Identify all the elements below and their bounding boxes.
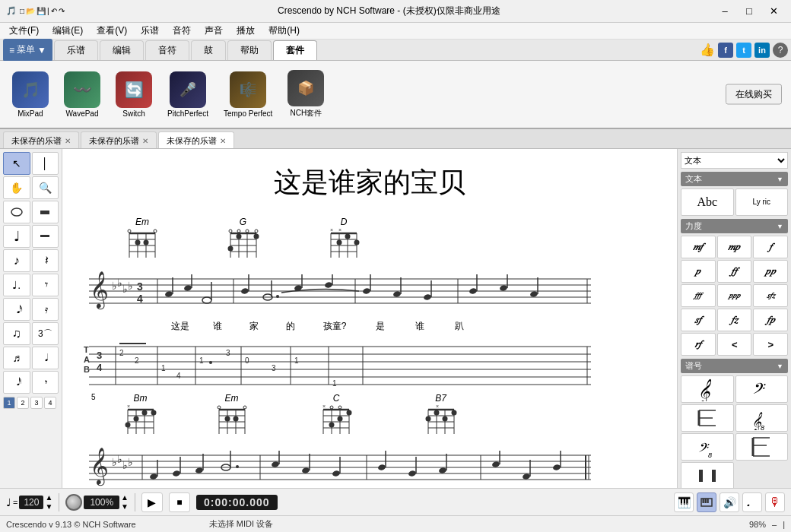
close-btn[interactable]: ✕	[762, 3, 785, 20]
ribbon-tool-mixpad[interactable]: 🎵 MixPad	[6, 68, 55, 121]
clef-bass-8[interactable]: 𝄢8	[681, 433, 734, 461]
double-beam-tool[interactable]: ♬	[3, 347, 30, 369]
select-tool[interactable]: ↖	[3, 152, 30, 175]
panel-header-dynamics[interactable]: 力度 ▼	[681, 219, 788, 233]
minimize-btn[interactable]: –	[713, 3, 736, 20]
rest-whole-tool[interactable]	[32, 201, 59, 223]
tab-note[interactable]: 音符	[145, 40, 189, 60]
menu-play[interactable]: 播放	[230, 23, 261, 39]
clef-treble-8[interactable]: 𝄞8	[735, 404, 789, 432]
help-circle-icon[interactable]: ?	[773, 43, 788, 58]
panel-header-text[interactable]: 文本 ▼	[681, 172, 788, 186]
score-area[interactable]: 这是谁家的宝贝 Em	[62, 149, 677, 488]
clef-bass[interactable]: 𝄢	[735, 375, 789, 403]
quarter-note-tool[interactable]: ♩	[3, 225, 30, 248]
buy-online-btn[interactable]: 在线购买	[726, 84, 782, 105]
whole-note-tool[interactable]	[3, 201, 30, 223]
sixteenth-note-tool[interactable]: 𝅘𝅥𝅯	[3, 298, 30, 321]
dyn-mp[interactable]: 𝑚𝑝	[717, 236, 752, 258]
tab-suite[interactable]: 套件	[273, 40, 317, 60]
dyn-decresc[interactable]: >	[753, 333, 788, 356]
undo-btn[interactable]: ↶	[51, 7, 57, 15]
eighth-rest-tool[interactable]: 𝄾	[32, 274, 59, 296]
ribbon-tool-switch[interactable]: 🔄 Switch	[110, 68, 158, 121]
32nd-note-tool[interactable]: 𝅘𝅥𝅰	[3, 371, 30, 394]
page-num-3[interactable]: 3	[30, 397, 43, 409]
dyn-cresc[interactable]: <	[717, 333, 752, 356]
clef-treble[interactable]: 𝄞	[681, 375, 734, 403]
panel-item-abc[interactable]: Abc	[681, 188, 734, 216]
tab-score[interactable]: 乐谱	[54, 40, 98, 60]
play-btn[interactable]: ▶	[141, 492, 163, 512]
clef-alto[interactable]	[681, 404, 734, 432]
text-type-select[interactable]: 文本	[681, 152, 788, 169]
midi-icon-btn[interactable]	[697, 492, 716, 512]
dyn-f[interactable]: 𝑓	[753, 236, 788, 258]
tab-drum[interactable]: 鼓	[191, 40, 226, 60]
doc-tab-2[interactable]: 未保存的乐谱 ✕	[81, 131, 157, 148]
volume-knob[interactable]	[65, 494, 82, 511]
ribbon-tool-pitchperfect[interactable]: 🎤 PitchPerfect	[161, 68, 214, 121]
ribbon-tool-wavepad[interactable]: 〰️ WavePad	[58, 68, 106, 121]
open-btn[interactable]: 📂	[26, 7, 35, 15]
doc-tab-1-close[interactable]: ✕	[65, 137, 71, 145]
doc-tab-3[interactable]: 未保存的乐谱 ✕	[158, 131, 234, 148]
menu-file[interactable]: 文件(F)	[3, 23, 45, 39]
quarter-rest-tool[interactable]: 𝄽	[32, 249, 59, 272]
doc-tab-2-close[interactable]: ✕	[142, 137, 148, 145]
sixteenth-rest-tool[interactable]: 𝄿	[32, 298, 59, 321]
text-cursor-tool[interactable]: │	[32, 152, 59, 175]
dyn-mf[interactable]: 𝑚𝑓	[681, 236, 716, 258]
dyn-fz[interactable]: 𝑓𝑧	[717, 309, 752, 331]
menu-edit[interactable]: 编辑(E)	[46, 23, 89, 39]
dotted-note-tool[interactable]: ♩.	[3, 274, 30, 296]
panel-header-clef[interactable]: 谱号 ▼	[681, 359, 788, 373]
beam-note-tool[interactable]: ♫	[3, 322, 30, 345]
speaker-icon-btn[interactable]: 🔊	[720, 492, 739, 512]
dyn-sf[interactable]: 𝑠𝑓	[681, 309, 716, 331]
ribbon-tool-nch[interactable]: 📦 NCH套件	[281, 67, 330, 122]
ribbon-tool-tempoperfect[interactable]: 🎼 Tempo Perfect	[218, 68, 278, 121]
stop-btn[interactable]: ■	[169, 492, 190, 512]
maximize-btn[interactable]: □	[738, 3, 761, 20]
facebook-icon[interactable]: f	[718, 43, 733, 58]
panel-item-lyric[interactable]: Ly ric	[735, 188, 789, 216]
like-icon[interactable]: 👍	[700, 43, 715, 57]
tempo-down-btn[interactable]: ▼	[45, 502, 52, 511]
menu-note[interactable]: 音符	[167, 23, 197, 39]
dyn-fp[interactable]: 𝑓𝑝	[753, 309, 788, 331]
half-rest-tool[interactable]	[32, 225, 59, 248]
twitter-icon[interactable]: t	[736, 43, 751, 58]
tab-edit[interactable]: 编辑	[100, 40, 144, 60]
tab-help[interactable]: 帮助	[227, 40, 272, 60]
doc-tab-3-close[interactable]: ✕	[220, 137, 226, 145]
page-num-2[interactable]: 2	[17, 397, 29, 409]
grace-note-tool[interactable]: 𝅘𝅥	[32, 347, 59, 369]
dyn-pp[interactable]: 𝑝𝑝	[753, 260, 788, 283]
menu-view[interactable]: 查看(V)	[91, 23, 133, 39]
dyn-rf[interactable]: 𝑟𝑓	[681, 333, 716, 356]
vol-down-btn[interactable]: ▼	[121, 502, 129, 511]
zoom-tool[interactable]: 🔍	[32, 176, 59, 199]
piano-icon-btn[interactable]: 🎹	[674, 492, 694, 512]
dyn-ppp[interactable]: 𝑝𝑝𝑝	[717, 284, 752, 307]
zoom-out-btn[interactable]: –	[772, 520, 777, 529]
metronome-icon-btn[interactable]: 𝅘	[742, 492, 762, 512]
dyn-sfz[interactable]: 𝑠𝑓𝑧	[753, 284, 788, 307]
record-icon-btn[interactable]: 🎙	[765, 492, 785, 512]
dyn-p[interactable]: 𝑝	[681, 260, 716, 283]
eighth-note-tool[interactable]: ♪	[3, 249, 30, 272]
dyn-fff[interactable]: 𝑓𝑓𝑓	[681, 284, 716, 307]
linkedin-icon[interactable]: in	[754, 43, 770, 58]
vol-up-btn[interactable]: ▲	[121, 493, 129, 502]
tempo-up-btn[interactable]: ▲	[45, 493, 52, 502]
menu-help[interactable]: 帮助(H)	[262, 23, 306, 39]
hand-tool[interactable]: ✋	[3, 176, 30, 199]
menu-sound[interactable]: 声音	[199, 23, 229, 39]
clef-tenor[interactable]	[735, 433, 789, 461]
clef-percussion[interactable]	[681, 462, 734, 488]
triplet-tool[interactable]: 3⌒	[32, 322, 59, 345]
page-num-4[interactable]: 4	[44, 397, 56, 409]
doc-tab-1[interactable]: 未保存的乐谱 ✕	[3, 131, 79, 148]
32nd-rest-tool[interactable]: 𝄾𝄾	[32, 371, 59, 394]
